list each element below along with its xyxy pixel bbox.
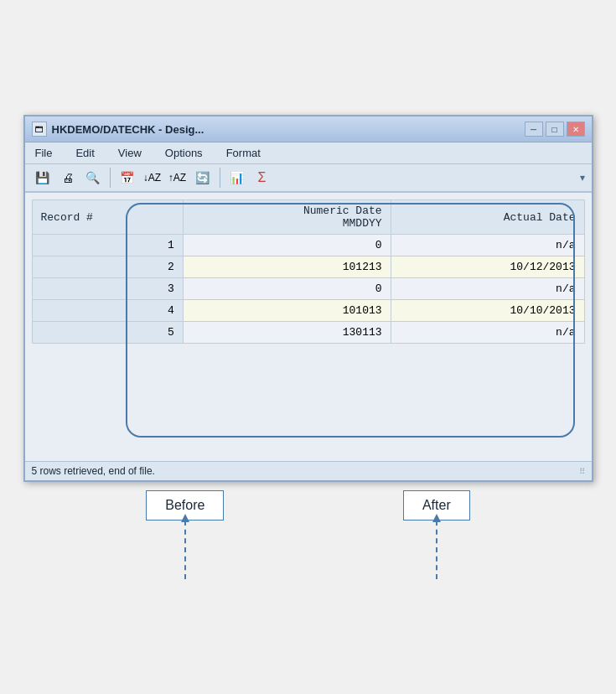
menu-file[interactable]: File bbox=[32, 145, 56, 161]
app-icon: 🗔 bbox=[32, 122, 47, 137]
annotations: Before After bbox=[23, 490, 593, 579]
toolbar: 💾 🖨 🔍 📅 ↓AZ ↑AZ 🔄 📊 Σ ▾ bbox=[25, 164, 592, 193]
close-button[interactable]: ✕ bbox=[567, 122, 585, 137]
search-button[interactable]: 🔍 bbox=[82, 168, 104, 188]
maximize-button[interactable]: □ bbox=[546, 122, 564, 137]
cell-record-1: 2 bbox=[32, 256, 183, 278]
menu-bar: File Edit View Options Format bbox=[25, 142, 592, 164]
sort-desc-button[interactable]: ↑AZ bbox=[167, 168, 189, 188]
toolbar-overflow[interactable]: ▾ bbox=[580, 172, 585, 184]
table-row: 3 0 n/a bbox=[32, 278, 584, 300]
toolbar-separator-2 bbox=[220, 168, 220, 188]
window-controls: ─ □ ✕ bbox=[525, 122, 585, 137]
menu-edit[interactable]: Edit bbox=[72, 145, 97, 161]
title-bar: 🗔 HKDEMO/DATECHK - Desig... ─ □ ✕ bbox=[25, 117, 592, 142]
cell-mmddyy-1: 101213 bbox=[183, 256, 391, 278]
menu-options[interactable]: Options bbox=[162, 145, 206, 161]
col-mmddyy-header: Numeric Date MMDDYY bbox=[183, 200, 391, 235]
cell-actual-3: 10/10/2013 bbox=[391, 300, 584, 322]
after-annotation: After bbox=[403, 490, 470, 579]
cell-record-4: 5 bbox=[32, 322, 183, 344]
toolbar-separator-1 bbox=[110, 168, 111, 188]
cell-record-2: 3 bbox=[32, 278, 183, 300]
cell-record-3: 4 bbox=[32, 300, 183, 322]
minimize-button[interactable]: ─ bbox=[525, 122, 543, 137]
table-row: 4 101013 10/10/2013 bbox=[32, 300, 584, 322]
col2-main-header: Numeric Date bbox=[303, 205, 382, 217]
sort-asc-button[interactable]: ↓AZ bbox=[142, 168, 163, 188]
cell-actual-2: n/a bbox=[391, 278, 584, 300]
calendar-button[interactable]: 📅 bbox=[116, 168, 138, 188]
cell-mmddyy-2: 0 bbox=[183, 278, 391, 300]
before-arrow bbox=[184, 520, 186, 579]
cell-actual-4: n/a bbox=[391, 322, 584, 344]
refresh-button[interactable]: 🔄 bbox=[192, 168, 214, 188]
before-annotation: Before bbox=[146, 490, 224, 579]
col-record-header: Record # bbox=[32, 200, 183, 235]
menu-view[interactable]: View bbox=[115, 145, 145, 161]
resize-handle[interactable]: ⠿ bbox=[579, 467, 585, 476]
cell-mmddyy-4: 130113 bbox=[183, 322, 391, 344]
chart-button[interactable]: 📊 bbox=[226, 168, 248, 188]
table-row: 1 0 n/a bbox=[32, 235, 584, 256]
data-area: Record # Numeric Date MMDDYY Actual Date… bbox=[25, 193, 592, 461]
table-row: 2 101213 10/12/2013 bbox=[32, 256, 584, 278]
col-actual-header: Actual Date bbox=[391, 200, 584, 235]
cell-record-0: 1 bbox=[32, 235, 183, 256]
data-table: Record # Numeric Date MMDDYY Actual Date… bbox=[32, 199, 585, 344]
menu-format[interactable]: Format bbox=[223, 145, 264, 161]
print-button[interactable]: 🖨 bbox=[57, 168, 79, 188]
col2-sub-header: MMDDYY bbox=[343, 217, 382, 230]
cell-mmddyy-3: 101013 bbox=[183, 300, 391, 322]
cell-actual-0: n/a bbox=[391, 235, 584, 256]
sigma-button[interactable]: Σ bbox=[251, 168, 273, 188]
save-button[interactable]: 💾 bbox=[32, 168, 54, 188]
cell-actual-1: 10/12/2013 bbox=[391, 256, 584, 278]
status-text: 5 rows retrieved, end of file. bbox=[32, 465, 155, 477]
window-title: HKDEMO/DATECHK - Desig... bbox=[52, 123, 204, 136]
status-bar: 5 rows retrieved, end of file. ⠿ bbox=[25, 461, 592, 480]
cell-mmddyy-0: 0 bbox=[183, 235, 391, 256]
table-row: 5 130113 n/a bbox=[32, 322, 584, 344]
application-window: 🗔 HKDEMO/DATECHK - Desig... ─ □ ✕ File E… bbox=[23, 115, 593, 482]
after-arrow bbox=[436, 520, 437, 579]
